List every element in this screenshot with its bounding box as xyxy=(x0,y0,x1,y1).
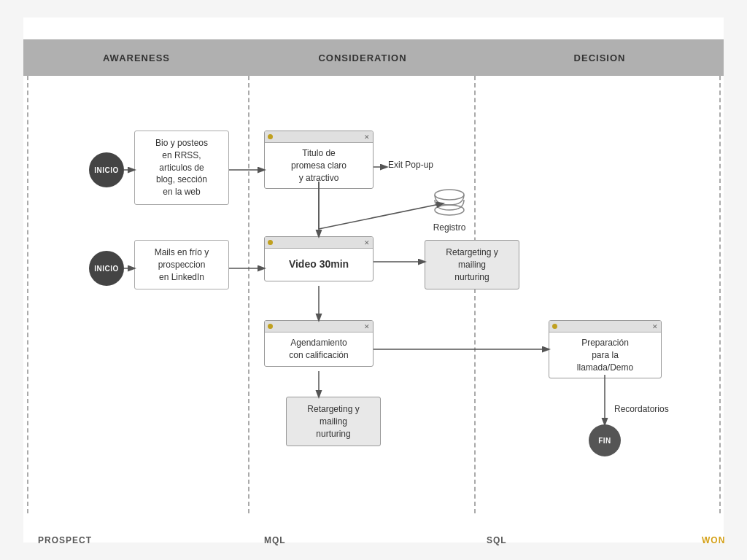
win-titlebar-1: ✕ xyxy=(265,131,373,143)
win-box-2: ✕ Video 30min xyxy=(264,236,374,281)
phase-consideration-header: CONSIDERATION xyxy=(249,39,476,76)
win-body-4: Preparación para la llamada/Demo xyxy=(549,332,661,378)
decision-label: DECISION xyxy=(574,52,626,63)
dashed-line-2 xyxy=(474,76,476,513)
arrows-overlay xyxy=(23,18,724,542)
phase-awareness-header: AWARENESS xyxy=(23,39,249,76)
recordatorios-label: Recordatorios xyxy=(614,404,669,414)
retargeting-box-1: Retargeting y mailing nurturing xyxy=(425,240,519,289)
dashed-line-left xyxy=(27,76,28,513)
svg-line-8 xyxy=(319,203,443,229)
dashed-line-1 xyxy=(248,76,249,513)
registro-label: Registro xyxy=(432,222,467,233)
fin-node: FIN xyxy=(589,424,621,456)
won-label: WON xyxy=(702,535,725,545)
exit-popup-label: Exit Pop-up xyxy=(388,160,433,170)
win-titlebar-3: ✕ xyxy=(265,321,373,332)
win-body-1: Titulo de promesa claro y atractivo xyxy=(265,143,373,188)
win-box-3: ✕ Agendamiento con calificación xyxy=(264,320,374,367)
prospect-label: PROSPECT xyxy=(38,535,92,545)
awareness-box-1: Bio y posteos en RRSS, articulos de blog… xyxy=(134,131,229,205)
mql-label: MQL xyxy=(264,535,286,545)
dashed-line-right xyxy=(719,76,721,513)
win-dot-4 xyxy=(552,324,557,329)
awareness-box-2: Mails en frío y prospeccion en LinkedIn xyxy=(134,240,229,289)
win-box-1: ✕ Titulo de promesa claro y atractivo xyxy=(264,131,374,189)
phase-decision-header: DECISION xyxy=(476,39,724,76)
phase-headers: AWARENESS CONSIDERATION DECISION xyxy=(23,39,724,76)
win-dot-1 xyxy=(268,134,273,139)
inicio-node-2: INICIO xyxy=(89,251,124,286)
database-icon: Registro xyxy=(432,189,467,233)
retargeting-box-2: Retargeting y mailing nurturing xyxy=(286,397,381,446)
win-dot-3 xyxy=(268,324,273,329)
win-dot-2 xyxy=(268,240,273,245)
consideration-label: CONSIDERATION xyxy=(318,52,406,63)
win-titlebar-4: ✕ xyxy=(549,321,661,332)
win-body-3: Agendamiento con calificación xyxy=(265,332,373,366)
win-box-4: ✕ Preparación para la llamada/Demo xyxy=(549,320,662,378)
svg-point-0 xyxy=(435,190,464,200)
inicio-node-1: INICIO xyxy=(89,152,124,187)
awareness-label: AWARENESS xyxy=(103,52,170,63)
sql-label: SQL xyxy=(487,535,507,545)
win-titlebar-2: ✕ xyxy=(265,237,373,249)
diagram-container: AWARENESS CONSIDERATION DECISION INICIO … xyxy=(23,18,724,542)
win-body-2: Video 30min xyxy=(265,249,373,281)
